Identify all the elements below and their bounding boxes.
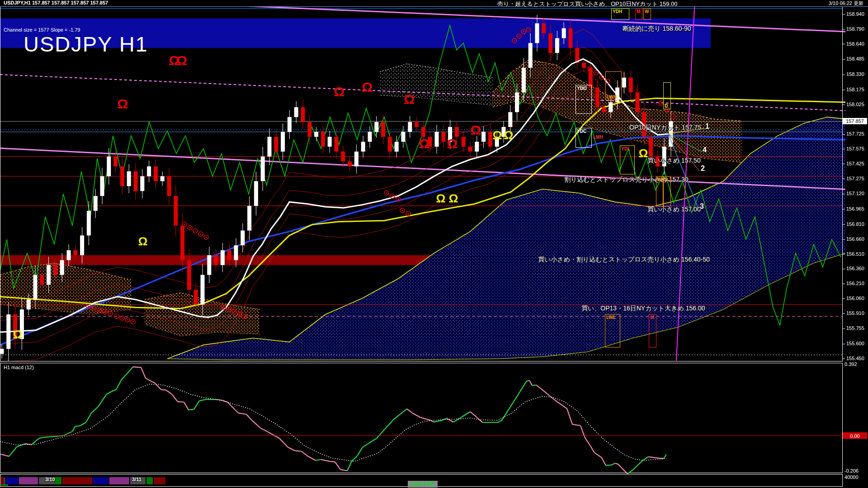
price-axis-label[interactable]: 156.965 [846,206,864,211]
price-axis-label[interactable]: 157.120 [846,191,864,196]
macd-zero-tag: 0.00 [843,432,867,439]
level-box-label: M [637,9,640,14]
level-box-ydo: YDO [576,85,592,114]
price-axis-label[interactable]: 156.210 [846,281,864,286]
session-bar-segment[interactable] [146,477,153,484]
chart-annotation: OP10日NYカット 157.75 [629,124,701,132]
macd-line-segment [412,413,420,418]
candle-body [602,107,606,112]
session-bar-segment[interactable] [93,477,108,484]
trading-terminal: ΩΩΩΩΩΩΩΩΩΩΩΩΩΩΩΩ USDJPY,H1 157.857 157.8… [0,0,868,488]
candle-body [609,102,613,112]
candle-body [113,156,118,166]
sell-omega-marker: Ω [176,53,187,68]
candle-body [388,137,392,152]
candle-body [60,260,64,275]
session-bar-segment[interactable] [5,477,18,484]
macd-line-segment [330,461,335,462]
candle-body [221,250,225,265]
candle-body [294,107,298,117]
session-bar-segment[interactable] [19,477,38,484]
macd-line-segment [618,464,622,468]
level-box-label: LMH [593,135,603,140]
chart-annotation: 2 [701,164,705,173]
candle-body [174,196,178,226]
macd-line-segment [567,408,572,424]
price-axis-label[interactable]: 158.175 [846,87,864,92]
chart-annotation: 断続的に売り 158.60-90 [623,25,691,33]
channel-info-label: Channel size = 1577 Slope = -1.79 [4,27,80,33]
macd-line-segment [17,444,25,447]
macd-layer[interactable] [0,367,843,486]
macd-line-segment [335,462,340,469]
macd-line-segment [141,367,146,378]
macd-line-segment [279,438,288,447]
price-axis-label[interactable]: 156.510 [846,251,864,257]
macd-line-segment [542,389,550,396]
candle-body [120,166,124,186]
main-chart-layer[interactable]: ΩΩΩΩΩΩΩΩΩΩΩΩΩΩΩΩ [0,0,845,487]
candle-body [207,255,211,275]
candle-body [227,250,231,260]
chart-watermark: USDJPY H1 [24,32,148,56]
candle-body [194,290,198,305]
macd-line-segment [98,394,107,407]
candle-body [67,250,71,260]
price-axis-label[interactable]: 156.360 [846,266,864,271]
price-axis-label[interactable]: 158.940 [846,11,864,17]
price-axis-label[interactable]: 157.725 [846,131,864,136]
session-bar-segment[interactable] [1,477,5,484]
candle-body [462,137,466,147]
price-axis-label[interactable]: 158.640 [846,41,864,47]
buy-omega-marker: Ω [13,328,23,341]
level-box-label: LWL [606,315,616,320]
price-axis-label[interactable]: 155.910 [846,310,864,316]
price-axis-label[interactable]: 156.660 [846,236,864,242]
chart-canvas[interactable]: ΩΩΩΩΩΩΩΩΩΩΩΩΩΩΩΩ [0,0,868,488]
chart-annotation: 1 [705,122,709,131]
macd-line-segment [0,454,9,456]
macd-line-segment [199,399,206,401]
price-axis-label[interactable]: 157.425 [846,161,864,166]
candle-body [381,122,385,137]
candle-body [167,176,171,196]
price-axis-label[interactable]: 155.450 [846,356,864,361]
macd-line-segment [357,447,363,456]
candle-body [468,147,472,152]
macd-line-segment [39,437,43,438]
candle-body [0,349,4,354]
session-bar-segment[interactable] [62,477,92,484]
macd-line-segment [178,402,184,402]
macd-on-toggle[interactable]: macd ON [408,481,438,488]
price-axis-label[interactable]: 157.575 [846,146,864,151]
macd-line-segment [307,456,316,460]
candle-body [361,142,365,152]
price-axis-label[interactable]: 155.600 [846,341,864,346]
price-axis-label[interactable]: 155.755 [846,325,864,331]
session-bar-segment[interactable] [109,477,129,484]
price-axis-label[interactable]: 158.485 [846,56,864,61]
macd-line-segment [222,400,227,402]
chart-annotation: 買い小さめ 157.50 [647,157,701,165]
macd-line-segment [511,392,520,405]
macd-line-segment [127,367,133,374]
price-axis-label[interactable]: 156.810 [846,221,864,227]
candle-body [281,132,285,152]
session-bar-segment[interactable] [154,477,165,484]
level-box-label: W [657,177,661,182]
candle-body [368,132,372,142]
candle-body [455,127,459,137]
price-axis-label[interactable]: 158.330 [846,71,864,77]
macd-line-segment [498,420,502,422]
price-axis-label[interactable]: 156.060 [846,296,864,301]
chart-annotation: 3/10 [45,477,55,482]
price-axis-label[interactable]: 158.790 [846,26,864,32]
price-axis-label[interactable]: 158.025 [846,102,864,107]
macd-line-segment [420,418,430,420]
candle-body [548,33,552,53]
candle-body [354,152,359,167]
price-axis-label[interactable]: 157.275 [846,176,864,181]
session-bar-segment[interactable] [54,477,61,484]
macd-line-segment [434,420,442,422]
buy-omega-marker: Ω [449,192,458,205]
